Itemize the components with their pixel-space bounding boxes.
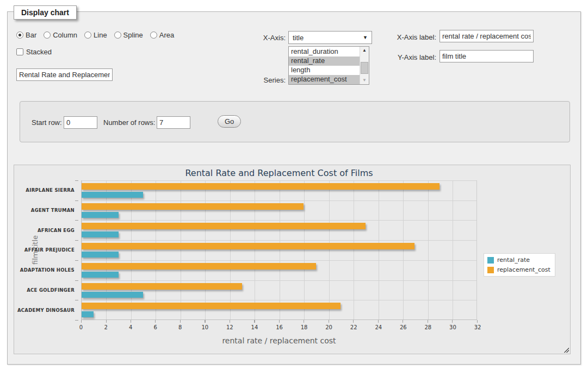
series-scrollbar[interactable]: ▲ ▼ [360, 47, 369, 84]
x-tick-label: 30 [449, 324, 456, 330]
x-tick-label: 28 [425, 324, 432, 330]
category-label: ADAPTATION HOLES [14, 260, 78, 280]
bar-replacement_cost[interactable] [82, 303, 341, 309]
start-row-label: Start row: [32, 118, 62, 127]
y-axis-label-input[interactable] [440, 50, 534, 62]
radio-area-icon[interactable] [150, 32, 157, 39]
radio-area[interactable]: Area [150, 31, 174, 39]
bar-group [82, 240, 476, 260]
go-button[interactable]: Go [218, 115, 241, 128]
legend-label: rental_rate [497, 256, 530, 264]
x-tick-label: 16 [276, 324, 283, 330]
bar-replacement_cost[interactable] [82, 203, 304, 210]
radio-spline[interactable]: Spline [114, 31, 143, 39]
bar-rental_rate[interactable] [82, 272, 119, 278]
num-rows-label: Number of rows: [103, 118, 155, 127]
chart-legend: rental_ratereplacement_cost [484, 253, 555, 277]
bar-replacement_cost[interactable] [82, 243, 414, 249]
series-option-rental-rate[interactable]: rental_rate [289, 57, 360, 66]
dropdown-arrow-icon: ▼ [363, 35, 368, 40]
num-rows-input[interactable] [157, 116, 190, 129]
start-row-input[interactable] [64, 116, 97, 129]
bar-rental_rate[interactable] [82, 311, 94, 317]
x-tick-label: 24 [375, 324, 382, 330]
stacked-checkbox-row: Stacked [16, 48, 52, 56]
bar-group [82, 200, 476, 221]
legend-swatch [487, 257, 494, 264]
radio-bar[interactable]: Bar [16, 31, 36, 39]
category-label: ACADEMY DINOSAUR [14, 300, 78, 320]
category-label: ACE GOLDFINGER [14, 280, 78, 300]
x-tick-label: 14 [251, 324, 258, 330]
x-tick-labels: 02468101214161820222426283032 [81, 324, 478, 331]
bar-rental_rate[interactable] [82, 192, 143, 198]
scroll-up-icon[interactable]: ▲ [362, 48, 367, 53]
radio-area-label: Area [159, 31, 174, 39]
x-tick-label: 8 [178, 324, 182, 330]
legend-item-rental_rate[interactable]: rental_rate [487, 256, 550, 264]
chart-type-radio-group: Bar Column Line Spline Area [16, 31, 174, 39]
chart-title: Rental Rate and Replacement Cost of Film… [81, 168, 477, 178]
chart-container: Rental Rate and Replacement Cost of Film… [14, 165, 571, 354]
x-tick-label: 12 [226, 324, 233, 330]
scrollbar-thumb[interactable] [361, 62, 368, 74]
radio-line-icon[interactable] [84, 32, 91, 39]
radio-bar-label: Bar [26, 31, 36, 39]
radio-column-label: Column [53, 31, 77, 39]
radio-spline-label: Spline [123, 31, 143, 39]
category-label: AFFAIR PREJUDICE [14, 240, 78, 260]
bar-group [82, 280, 476, 300]
chart-title-input[interactable] [16, 68, 113, 81]
series-option-replacement-cost[interactable]: replacement_cost [289, 75, 360, 84]
legend-label: replacement_cost [497, 266, 550, 273]
x-tick-label: 26 [400, 324, 407, 330]
x-axis-label-caption: X-Axis label: [382, 33, 436, 41]
x-tick-label: 18 [301, 324, 308, 330]
bar-rental_rate[interactable] [82, 252, 119, 258]
category-label: AIRPLANE SIERRA [14, 180, 78, 200]
radio-spline-icon[interactable] [114, 32, 121, 39]
x-tick-label: 10 [201, 324, 208, 330]
row-range-panel: Start row: Number of rows: Go [20, 101, 570, 142]
legend-item-replacement_cost[interactable]: replacement_cost [487, 266, 550, 273]
bar-replacement_cost[interactable] [82, 223, 366, 229]
plot-area [81, 180, 477, 320]
x-axis-select[interactable]: title ▼ [288, 31, 372, 44]
bar-group [82, 180, 476, 200]
radio-line[interactable]: Line [84, 31, 107, 39]
fieldset-legend: Display chart [14, 5, 77, 20]
series-list-label: Series: [231, 76, 286, 84]
chart-x-axis-title: rental rate / replacement cost [81, 336, 477, 345]
bar-replacement_cost[interactable] [82, 263, 316, 269]
x-axis-ticks [81, 320, 478, 323]
resize-handle-icon[interactable] [563, 347, 569, 353]
series-option-rental-duration[interactable]: rental_duration [289, 47, 360, 57]
series-multiselect[interactable]: rental_duration rental_rate length repla… [288, 46, 369, 85]
stacked-label: Stacked [26, 48, 52, 56]
radio-column-icon[interactable] [44, 32, 51, 39]
x-tick-label: 6 [154, 324, 157, 330]
x-tick-label: 20 [325, 324, 332, 330]
legend-swatch [487, 267, 494, 273]
radio-column[interactable]: Column [44, 31, 77, 39]
x-tick-label: 0 [79, 324, 83, 330]
bar-group [82, 300, 476, 320]
x-axis-label-input[interactable] [440, 30, 534, 42]
bar-rental_rate[interactable] [82, 212, 119, 218]
stacked-checkbox[interactable] [16, 48, 23, 55]
bar-replacement_cost[interactable] [82, 283, 242, 290]
radio-line-label: Line [94, 31, 107, 39]
bar-group [82, 260, 476, 280]
x-tick-label: 4 [129, 324, 132, 330]
bar-replacement_cost[interactable] [82, 183, 440, 190]
series-option-length[interactable]: length [289, 66, 360, 75]
bar-rental_rate[interactable] [82, 292, 143, 298]
category-label: AGENT TRUMAN [14, 200, 78, 221]
page: Display chart Bar Column Line Spline Are… [0, 0, 588, 370]
bar-rental_rate[interactable] [82, 231, 119, 237]
series-options: rental_duration rental_rate length repla… [289, 47, 360, 84]
scroll-down-icon[interactable]: ▼ [362, 78, 367, 83]
x-tick-label: 2 [104, 324, 107, 330]
radio-bar-icon[interactable] [16, 32, 23, 39]
category-labels: AIRPLANE SIERRAAGENT TRUMANAFRICAN EGGAF… [14, 180, 78, 320]
